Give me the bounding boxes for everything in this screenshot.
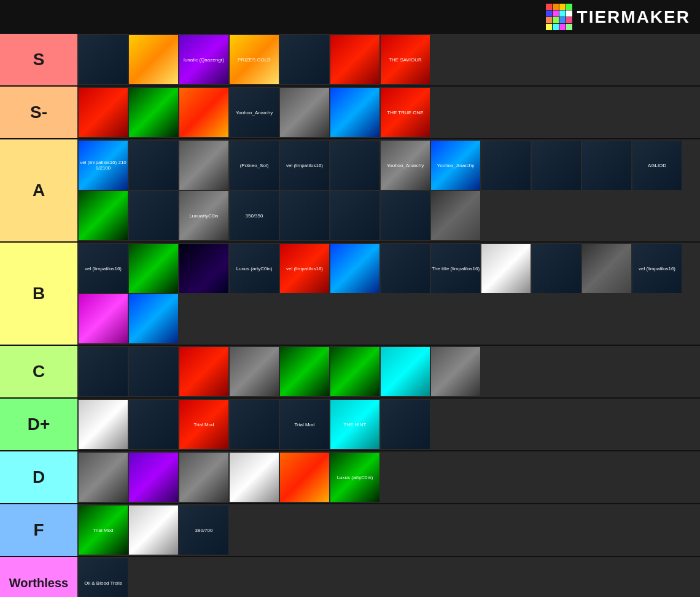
tier-item xyxy=(79,191,128,240)
tier-item-label xyxy=(129,35,178,84)
tier-item xyxy=(330,35,379,84)
tier-item-label xyxy=(280,191,329,240)
tier-item xyxy=(582,141,631,190)
tier-item-label xyxy=(330,88,379,137)
tier-item xyxy=(431,191,480,240)
header: TIERMAKER xyxy=(0,0,700,34)
tier-item-label: Trial Mod xyxy=(179,400,228,449)
tier-item: THE HINT xyxy=(330,400,379,449)
tier-item-label: Yoohoo_Anarchy xyxy=(431,141,480,190)
tier-item-label xyxy=(79,35,128,84)
tier-label: F xyxy=(0,504,77,556)
tier-item xyxy=(129,294,178,343)
tier-item-label: vel (limpatilos16) xyxy=(632,244,682,293)
tier-content: vel (limpatilos16) 2100/2100(Potneo_Sol)… xyxy=(77,139,700,241)
tier-label: B xyxy=(0,243,77,345)
logo-grid xyxy=(546,4,572,30)
tier-item xyxy=(129,505,178,555)
tier-item xyxy=(330,244,379,293)
tier-item xyxy=(431,347,480,396)
tier-item: Luxus (artyC0in) xyxy=(230,244,279,293)
tier-item: Trial Mod xyxy=(280,400,329,449)
tier-item-label xyxy=(129,453,178,502)
tier-item-label xyxy=(330,347,379,396)
tier-item: 380/700 xyxy=(179,505,228,555)
tier-item-label xyxy=(481,244,531,293)
tier-label: Worthless xyxy=(0,557,77,597)
tier-item: (Potneo_Sol) xyxy=(230,141,279,190)
tier-item: Yoohoo_Anarchy xyxy=(381,141,430,190)
tier-item-label: THE TRUE ONE xyxy=(381,88,430,137)
tier-row: Bvel (limpatilos16)Luxus (artyC0in)vel (… xyxy=(0,243,700,346)
tier-item-label xyxy=(129,347,178,396)
tier-content: Trial Mod380/700 xyxy=(77,504,700,556)
tier-item: 350/350 xyxy=(230,191,279,240)
tier-item: Luxus (artyC0in) xyxy=(330,453,379,502)
tier-item xyxy=(129,191,178,240)
tier-item-label xyxy=(179,453,228,502)
tier-item xyxy=(330,191,379,240)
tier-item xyxy=(381,347,430,396)
tier-item-label: Luxus (artyC0in) xyxy=(330,453,379,502)
tier-item xyxy=(280,347,329,396)
tier-item xyxy=(330,88,379,137)
tier-item: vel (limpatilos16) xyxy=(632,244,682,293)
tier-item-label xyxy=(79,88,128,137)
tier-item xyxy=(179,347,228,396)
tier-item-label: 350/350 xyxy=(230,191,279,240)
tier-item xyxy=(230,453,279,502)
tier-item xyxy=(129,400,178,449)
tier-item-label: Oil & Blood Trolls xyxy=(79,558,128,597)
tier-item xyxy=(129,35,178,84)
tier-content: vel (limpatilos16)Luxus (artyC0in)vel (l… xyxy=(77,243,700,345)
tier-content: lunatic (Qaazengr)PRIZES GOLDTHE SAVIOUR xyxy=(77,34,700,85)
tier-item-label xyxy=(280,453,329,502)
tier-item xyxy=(532,141,581,190)
tier-item-label xyxy=(532,141,581,190)
tier-item xyxy=(532,244,581,293)
tier-item-label: AGLIOD xyxy=(632,141,682,190)
tier-item xyxy=(280,35,329,84)
tier-item-label: vel (limpatilos16) xyxy=(79,244,128,293)
tier-item xyxy=(280,88,329,137)
tier-item xyxy=(230,347,279,396)
tier-item xyxy=(129,453,178,502)
tiermaker-logo: TIERMAKER xyxy=(546,4,690,30)
tier-item-label xyxy=(582,244,631,293)
tier-item xyxy=(129,88,178,137)
tier-item-label xyxy=(532,244,581,293)
tier-content xyxy=(77,346,700,397)
tier-item-label xyxy=(280,35,329,84)
tier-item-label xyxy=(330,191,379,240)
tier-item xyxy=(230,400,279,449)
tier-item-label: 380/700 xyxy=(179,505,228,555)
tier-content: Yoohoo_AnarchyTHE TRUE ONE xyxy=(77,87,700,138)
tier-item-label xyxy=(431,191,480,240)
tier-item-label xyxy=(79,453,128,502)
tier-item-label xyxy=(330,141,379,190)
tier-item xyxy=(481,141,531,190)
tier-item: Trial Mod xyxy=(179,400,228,449)
tier-item xyxy=(129,347,178,396)
tier-item xyxy=(79,400,128,449)
tier-item xyxy=(179,453,228,502)
tier-item: The title (limpatilos16) xyxy=(431,244,480,293)
tier-item xyxy=(79,35,128,84)
tier-item xyxy=(381,191,430,240)
tier-item xyxy=(179,244,228,293)
tier-item xyxy=(179,88,228,137)
tier-item-label xyxy=(280,347,329,396)
tier-item-label xyxy=(129,505,178,555)
tier-item-label xyxy=(79,191,128,240)
tier-item-label: Yoohoo_Anarchy xyxy=(381,141,430,190)
tier-item xyxy=(582,244,631,293)
tier-label: C xyxy=(0,346,77,397)
tier-row: DLuxus (artyC0in) xyxy=(0,451,700,504)
tier-item: Yoohoo_Anarchy xyxy=(230,88,279,137)
tier-row: D+Trial ModTrial ModTHE HINT xyxy=(0,399,700,451)
tier-item xyxy=(330,347,379,396)
tier-item: vel (limpatilos16) xyxy=(79,244,128,293)
tier-item xyxy=(129,244,178,293)
tier-item-label: (Potneo_Sol) xyxy=(230,141,279,190)
tier-item-label xyxy=(129,400,178,449)
